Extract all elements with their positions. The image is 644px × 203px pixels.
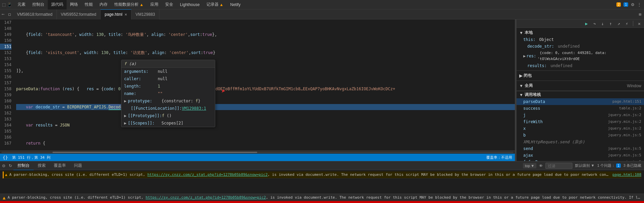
callstack-parsedata[interactable]: parseData page.html:151: [517, 98, 644, 105]
expand-res-icon[interactable]: ▶: [523, 53, 526, 59]
tooltip-row-prototype: ▶ prototype: {constructor: f}: [121, 97, 215, 105]
menu-bar: ⬚ 📱 元素 控制台 源代码 网络 性能 内存 性能数据分析▲ 应用 安全 Li…: [0, 0, 644, 9]
step-button[interactable]: ↗: [615, 20, 622, 27]
callstack-success[interactable]: success table.js:2: [517, 105, 644, 112]
bottom-warning-text: A parser-blocking, cross site (i.e. diff…: [7, 195, 641, 200]
menu-elements[interactable]: 元素: [14, 0, 29, 9]
function-location-link[interactable]: VM129883:1: [182, 105, 206, 111]
close-debug-button[interactable]: ✕: [636, 20, 643, 27]
top-dropdown[interactable]: top ▼: [523, 163, 536, 168]
deactivate-button[interactable]: ⚡: [623, 20, 630, 27]
coverage-status: 覆盖率：不适用: [486, 155, 512, 160]
bottom-tab-icon[interactable]: ⊝: [0, 161, 7, 170]
callstack-fnde[interactable]: f.fn.De jquery.min.js:5: [517, 159, 644, 161]
expand-global-icon: ▼: [519, 84, 523, 88]
menu-netify[interactable]: Netify: [227, 0, 244, 9]
scope-global-title[interactable]: ▼ 全局 Window: [517, 82, 644, 89]
callstack-send[interactable]: send jquery.min.js:5: [517, 145, 644, 152]
callstack-ajax[interactable]: ajax jquery.min.js:5: [517, 152, 644, 159]
callstack-j[interactable]: j jquery.min.js:2: [517, 112, 644, 118]
tab-pagehtml[interactable]: page.html ✕: [101, 9, 131, 19]
global-type: Window: [627, 84, 641, 88]
bottom-warning-icon: ▲: [3, 195, 5, 200]
expand-icon[interactable]: ▶: [124, 98, 126, 104]
tooltip-row-scopes: ▶ [[Scopes]]: Scopes[2]: [121, 119, 215, 127]
hidden-count: 3 条已隐藏: [623, 163, 641, 168]
inspect-icon[interactable]: ⬚: [2, 2, 6, 7]
code-line-150: parseData:function (res) { res = {code: …: [16, 86, 515, 92]
bottom-tab-icon2[interactable]: ↻: [7, 161, 13, 170]
tab-vm129883[interactable]: VM129883: [131, 9, 159, 19]
bottom-tab-search[interactable]: 搜索: [34, 161, 50, 170]
scope-closure-title[interactable]: ▶ 闭包: [517, 72, 644, 79]
console-warning: ▲ A parser-blocking, cross site (i.e. di…: [3, 171, 641, 179]
dropdown-arrow-icon: ▼: [531, 164, 534, 168]
scope-local-label: 本地: [525, 30, 533, 36]
tab-vm58618[interactable]: VM58618:formatted: [13, 9, 56, 19]
more-icon[interactable]: ⋮: [637, 2, 641, 7]
tooltip-title: f (a): [121, 60, 215, 68]
bottom-tab-console[interactable]: 控制台: [13, 161, 34, 170]
scrollbar-track: [1, 152, 514, 153]
callstack-x[interactable]: x jquery.min.js:2: [517, 125, 644, 132]
menu-performance[interactable]: 性能: [81, 0, 96, 9]
menu-network[interactable]: 网络: [67, 0, 81, 9]
step-out-button[interactable]: ↑: [607, 20, 614, 27]
scope-closure: ▶ 闭包: [517, 71, 644, 81]
call-stack-title[interactable]: ▼ 调用堆栈: [517, 91, 644, 98]
level-dropdown[interactable]: 默认级别 ▼: [575, 163, 595, 168]
info-badge: 1: [623, 2, 628, 7]
callstack-async-separator: XMLHttpRequest.send (异步): [517, 139, 644, 145]
bottom-tab-issues[interactable]: 问题: [70, 161, 86, 170]
bottom-tab-bar: ⊝ ↻ 控制台 搜索 覆盖率 问题 top ▼ 👁 默认级别 ▼ 1 个问题： …: [0, 161, 644, 170]
main-area: 147 148 149 150 151 152 153 154 155 156 …: [0, 19, 644, 161]
console-area: ▲ A parser-blocking, cross site (i.e. di…: [0, 170, 644, 194]
callstack-firewith[interactable]: fireWith jquery.min.js:2: [517, 118, 644, 125]
menu-perf-analysis[interactable]: 性能数据分析▲: [111, 0, 147, 9]
bottom-tab-coverage[interactable]: 覆盖率: [50, 161, 70, 170]
menu-sources[interactable]: 源代码: [48, 0, 67, 9]
expand-scopes-icon[interactable]: ▶: [124, 120, 126, 126]
menu-memory[interactable]: 内存: [96, 0, 111, 9]
tab-right-icon[interactable]: ⊞: [636, 12, 644, 17]
bottom-status: ▲ A parser-blocking, cross site (i.e. di…: [0, 194, 644, 201]
scope-local: ▼ 本地 this: Object decode_str: undefined …: [517, 28, 644, 71]
console-file-link[interactable]: page.html:108: [612, 172, 641, 177]
filter-input[interactable]: [545, 163, 572, 169]
code-panel: 147 148 149 150 151 152 153 154 155 156 …: [0, 19, 515, 161]
horizontal-scrollbar[interactable]: [0, 150, 515, 154]
scope-area: ▼ 本地 this: Object decode_str: undefined …: [517, 28, 644, 161]
position-info: 第 151 行，第 34 列: [12, 155, 51, 160]
debug-icons: ▶ ↷ ↓ ↑ ↗ ⚡ ✕: [583, 20, 643, 27]
menu-console[interactable]: 控制台: [29, 0, 48, 9]
settings-icon[interactable]: ⚙: [631, 2, 635, 7]
menu-recorder[interactable]: 记录器▲: [203, 0, 227, 9]
resume-button[interactable]: ▶: [583, 20, 590, 27]
bottom-link[interactable]: https://sy.cnzz.com/z_stat.php?id=1278b0…: [146, 195, 266, 200]
bottom-error-bar[interactable]: [0, 201, 644, 203]
callstack-b[interactable]: b jquery.min.js:5: [517, 132, 644, 139]
expand-proto-icon[interactable]: ▶: [124, 113, 126, 119]
tooltip-row-arguments: arguments: null: [121, 68, 215, 75]
devtools-icons: ⬚ 📱: [0, 2, 14, 7]
menu-security[interactable]: 安全: [162, 0, 177, 9]
warning-badge: 2: [616, 2, 621, 7]
tab-sources-icon[interactable]: ◻: [6, 12, 13, 17]
step-into-button[interactable]: ↓: [599, 20, 606, 27]
scope-local-title[interactable]: ▼ 本地: [517, 29, 644, 36]
tab-close-icon[interactable]: ✕: [124, 13, 127, 16]
code-line-147: {field: 'taxoncount', width: 130, title:…: [16, 32, 515, 38]
menu-lighthouse[interactable]: Lighthouse: [177, 0, 203, 9]
menu-items: 元素 控制台 源代码 网络 性能 内存 性能数据分析▲ 应用 安全 Lighth…: [14, 0, 244, 9]
tab-back-icon[interactable]: ⟵: [0, 12, 6, 16]
tooltip-popup: f (a) arguments: null caller: null lengt…: [121, 60, 215, 127]
device-icon[interactable]: 📱: [7, 2, 12, 7]
bracket-icon: {}: [3, 155, 8, 160]
console-link1[interactable]: https://sy.cnzz.com/z_stat.php?id=1278b0…: [147, 172, 268, 177]
tab-vm59552[interactable]: VM59552:formatted: [57, 9, 101, 19]
step-over-button[interactable]: ↷: [591, 20, 598, 27]
eye-icon[interactable]: 👁: [539, 164, 543, 168]
menu-app[interactable]: 应用: [147, 0, 162, 9]
scope-item-results: results: undefined: [517, 62, 644, 69]
call-stack-items: parseData page.html:151 success table.js…: [517, 98, 644, 161]
